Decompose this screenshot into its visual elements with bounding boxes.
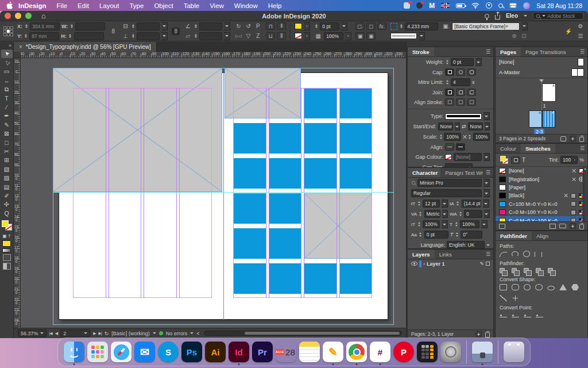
swatch-views-icon[interactable] xyxy=(550,224,556,229)
direct-selection-tool[interactable]: ▷ xyxy=(1,58,13,67)
size-chevron[interactable] xyxy=(442,200,448,208)
dock-pages-app[interactable]: ✎ xyxy=(322,341,344,363)
gradient-tool[interactable]: ▧ xyxy=(1,164,13,173)
link-scale-icon[interactable]: 8 xyxy=(172,28,180,35)
learn-icon[interactable] xyxy=(485,14,489,18)
new-swatch-button[interactable] xyxy=(570,223,576,229)
horizontal-ruler[interactable]: 4030201001020304050607080901001101201301… xyxy=(21,52,406,58)
add-to-cc-icon[interactable] xyxy=(499,224,505,229)
font-style-dropdown[interactable]: Regular xyxy=(411,189,482,197)
tab-paragraph[interactable]: Paragra xyxy=(440,168,463,177)
layers-panel-menu-icon[interactable]: ☰ xyxy=(483,250,493,259)
skew-field[interactable]: 0° xyxy=(461,231,482,239)
status-app-icon[interactable] xyxy=(404,2,410,9)
quick-apply-icon[interactable]: ⊡ xyxy=(520,32,528,40)
page-2-thumbnail[interactable]: A xyxy=(529,110,542,128)
zoom-level-field[interactable]: 56.37% xyxy=(18,329,47,337)
pt4-icon[interactable] xyxy=(536,312,543,319)
vertical-scale-field[interactable]: 100% xyxy=(423,220,440,228)
blue-square[interactable] xyxy=(339,88,372,118)
scale-x-dropdown[interactable] xyxy=(161,22,168,30)
selection-tool[interactable]: ➤ xyxy=(1,49,13,58)
vscale-chevron[interactable] xyxy=(442,220,448,228)
tab-colour[interactable]: Colour xyxy=(496,144,521,153)
scrollbar-thumb[interactable] xyxy=(245,332,400,335)
pf2-icon[interactable] xyxy=(512,268,517,273)
blue-square[interactable] xyxy=(269,263,301,294)
blue-square[interactable] xyxy=(304,123,337,154)
tab-text-wrap[interactable]: Text Wr xyxy=(463,168,483,177)
blue-square[interactable] xyxy=(269,158,301,189)
constrain-proportions-icon[interactable]: 8 xyxy=(109,28,117,35)
effects-icon[interactable]: fx. xyxy=(377,22,386,30)
preflight-refresh-icon[interactable]: ↻ xyxy=(105,331,109,336)
dock-notes[interactable] xyxy=(299,341,320,363)
oval-icon[interactable] xyxy=(547,286,555,290)
new-layer-button[interactable] xyxy=(475,331,482,337)
wrap-off-icon[interactable]: ▣ xyxy=(355,32,365,40)
menu-indesign[interactable]: InDesign xyxy=(13,2,52,9)
pf3-icon[interactable] xyxy=(524,268,529,273)
scale-end-field[interactable]: 100% xyxy=(473,133,490,141)
rectangle-tool[interactable]: □ xyxy=(1,138,13,147)
apple-logo-icon[interactable] xyxy=(6,1,13,10)
pf4-icon[interactable] xyxy=(536,268,541,273)
blue-square[interactable] xyxy=(304,158,337,189)
tab-pages[interactable]: Pages xyxy=(496,47,521,56)
flip-vertical-icon[interactable]: ▽ xyxy=(244,32,252,40)
delete-swatch-button[interactable] xyxy=(579,224,584,229)
cap-butt-button[interactable] xyxy=(445,68,454,76)
layer-name[interactable]: Layer 1 xyxy=(427,261,445,267)
menu-type[interactable]: Type xyxy=(124,2,149,9)
delete-layer-button[interactable] xyxy=(485,332,490,338)
master-a-row[interactable]: A-Master xyxy=(496,67,587,78)
page-3-thumbnail[interactable]: A xyxy=(542,110,555,128)
join-bevel-button[interactable] xyxy=(467,89,476,96)
eyedropper-tool[interactable]: ✐ xyxy=(1,191,13,200)
new-page-button[interactable] xyxy=(570,136,576,141)
container-format-button[interactable] xyxy=(511,156,520,164)
wrap-around-icon[interactable]: ▣ xyxy=(366,32,376,40)
dock-safari[interactable] xyxy=(110,341,132,363)
corner-shape-icon[interactable]: ◻ xyxy=(366,22,376,30)
arco-icon[interactable] xyxy=(512,251,519,257)
dock-system-preferences[interactable] xyxy=(440,341,462,363)
scissors-tool[interactable]: ✂ xyxy=(1,147,13,155)
first-page-button[interactable]: |◀ xyxy=(49,331,52,336)
blue-square[interactable] xyxy=(233,123,266,154)
corner-options-icon[interactable]: ◻. xyxy=(355,22,365,30)
reference-point-proxy[interactable] xyxy=(3,26,13,36)
layer-expander-icon[interactable]: › xyxy=(423,261,425,267)
dock-indesign[interactable]: Id xyxy=(228,341,250,363)
gradient-feather-tool[interactable]: ▨ xyxy=(1,173,13,182)
dock-illustrator[interactable]: Ai xyxy=(204,341,226,363)
opacity-dropdown[interactable]: › xyxy=(345,32,351,40)
vertical-ruler[interactable]: 1001020304050607080901001101201301401501… xyxy=(14,58,21,328)
start-chevron[interactable] xyxy=(455,122,460,131)
scale-y-stepper[interactable] xyxy=(131,33,135,40)
gap-colour-dropdown[interactable]: [None] xyxy=(454,153,482,161)
menu-bar-clock[interactable]: Sat 28 Aug 11:28 xyxy=(536,2,582,9)
font-chevron[interactable] xyxy=(483,179,490,187)
weight-dropdown[interactable] xyxy=(475,58,482,66)
blue-square[interactable] xyxy=(304,88,337,118)
y-stepper[interactable] xyxy=(24,33,28,40)
blue-square[interactable] xyxy=(233,263,266,294)
tab-layers[interactable]: Layers xyxy=(408,250,435,259)
dock-calculator[interactable] xyxy=(416,341,438,363)
kerning-field[interactable]: Metrics xyxy=(424,210,440,218)
arc-icon[interactable] xyxy=(500,252,507,257)
blue-square[interactable] xyxy=(233,158,266,189)
kerning-chevron[interactable] xyxy=(442,210,448,218)
stroke-style-dropdown[interactable] xyxy=(390,33,417,39)
leading-field[interactable]: (14.4 pt) xyxy=(462,200,481,208)
plus-icon[interactable] xyxy=(512,295,519,301)
new-swatch-group-icon[interactable] xyxy=(559,224,566,228)
object-style-dropdown[interactable] xyxy=(521,22,528,30)
stroke-weight-panel-field[interactable]: 0 pt xyxy=(451,58,474,66)
pencil-tool[interactable]: ✎ xyxy=(1,120,13,129)
menu-table[interactable]: Table xyxy=(179,2,205,9)
tab-stroke[interactable]: Stroke xyxy=(408,47,434,56)
character-panel-menu-icon[interactable]: ☰ xyxy=(483,168,493,177)
swatches-fill-stroke-proxy[interactable] xyxy=(500,155,508,164)
